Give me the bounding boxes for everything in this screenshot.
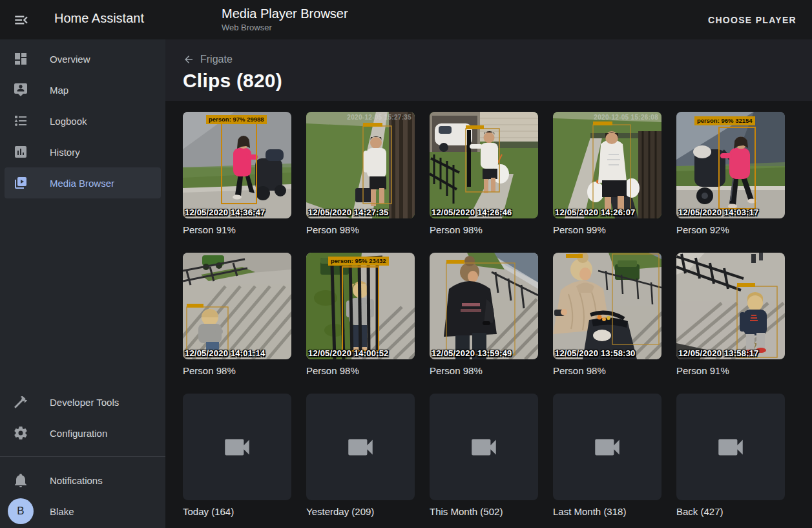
clip-scene <box>430 253 538 359</box>
clip-cell: 2020-12-05 15:26:0812/05/2020 14:26:07Pe… <box>553 112 661 235</box>
media-grid-area: person: 97% 2998812/05/2020 14:36:47Pers… <box>165 101 812 528</box>
sidebar-item-developer-tools[interactable]: Developer Tools <box>5 386 161 417</box>
folder-cell: Today (164) <box>183 394 291 517</box>
overlay-camera-datetime: 2020-12-05 15:27:35 <box>347 114 411 121</box>
clip-card-toddler-at-fence[interactable]: person: 95% 2343212/05/2020 14:00:52 <box>306 253 415 359</box>
play-box-multiple-icon <box>13 175 28 191</box>
folder-label: Last Month (318) <box>553 506 661 517</box>
clip-scene <box>183 112 291 218</box>
sidebar-item-profile[interactable]: BBlake <box>5 496 161 527</box>
sidebar-bottom-section: Developer ToolsConfiguration Notificatio… <box>0 386 165 527</box>
clip-card-toddler-steps-shadows[interactable]: 12/05/2020 14:01:14 <box>183 253 291 359</box>
clip-card-man-back-bags-yard[interactable]: 2020-12-05 15:26:0812/05/2020 14:26:07 <box>553 112 661 218</box>
clip-scene <box>430 112 538 218</box>
clip-scene <box>306 112 415 218</box>
folder-card-last-month-318-[interactable] <box>553 394 661 500</box>
clip-scene <box>183 253 291 359</box>
clip-card-woman-pink-stroller-street[interactable]: person: 97% 2998812/05/2020 14:36:47 <box>183 112 291 218</box>
app-title: Home Assistant <box>54 11 144 26</box>
sidebar-toggle-button[interactable] <box>13 12 30 28</box>
chart-box-icon <box>13 144 28 160</box>
video-icon <box>344 431 377 463</box>
clip-caption: Person 98% <box>553 365 661 376</box>
clip-caption: Person 98% <box>183 365 291 376</box>
clip-card-man-white-shirt-porch[interactable]: 2020-12-05 15:27:3512/05/2020 14:27:35 <box>306 112 415 218</box>
folder-label: This Month (502) <box>430 506 538 517</box>
clip-timestamp-overlay: 12/05/2020 14:26:07 <box>555 208 636 216</box>
clip-card-woman-knit-sweater-stroller[interactable]: 12/05/2020 13:58:30 <box>553 253 661 359</box>
clip-cell: 12/05/2020 14:01:14Person 98% <box>183 253 291 376</box>
sidebar-item-label: Media Browser <box>50 178 114 189</box>
sidebar-item-notifications[interactable]: Notifications <box>5 465 161 496</box>
clip-cell: 12/05/2020 13:58:17Person 91% <box>676 253 785 376</box>
clip-card-man-trash-bags-garage-gate[interactable]: 12/05/2020 14:26:46 <box>430 112 538 218</box>
format-list-bulleted-icon <box>13 113 28 129</box>
sidebar-item-overview[interactable]: Overview <box>5 43 161 74</box>
sidebar-divider <box>0 456 165 457</box>
clip-card-woman-pink-stroller-curb[interactable]: person: 96% 3215412/05/2020 14:03:17 <box>676 112 785 218</box>
sidebar-item-label: Map <box>50 85 68 96</box>
page-title: Clips (820) <box>183 70 282 92</box>
clip-card-woman-black-hoodie-steps[interactable]: 12/05/2020 13:59:49 <box>430 253 538 359</box>
choose-player-button[interactable]: CHOOSE PLAYER <box>708 0 796 39</box>
clip-cell: person: 95% 2343212/05/2020 14:00:52Pers… <box>306 253 415 376</box>
video-icon <box>468 431 500 463</box>
clip-cell: 12/05/2020 13:59:49Person 98% <box>430 253 538 376</box>
folder-card-today-164-[interactable] <box>183 394 291 500</box>
sidebar-item-label: Logbook <box>50 116 87 127</box>
sidebar-item-media-browser[interactable]: Media Browser <box>5 167 161 198</box>
sidebar-item-label: Overview <box>50 54 90 65</box>
sidebar-item-history[interactable]: History <box>5 136 161 167</box>
panel-header: Media Player Browser Web Browser <box>222 6 348 32</box>
sidebar-item-label: History <box>50 147 80 158</box>
folder-cell: Yesterday (209) <box>306 394 415 517</box>
detection-label: person: 96% 32154 <box>694 116 755 125</box>
menu-open-icon <box>13 12 30 28</box>
hammer-icon <box>13 394 28 410</box>
clip-timestamp-overlay: 12/05/2020 13:59:49 <box>432 349 512 357</box>
folder-label: Today (164) <box>183 506 291 517</box>
folder-cell: Last Month (318) <box>553 394 661 517</box>
cog-icon <box>13 425 28 441</box>
tooltip-account-icon <box>13 82 28 98</box>
sidebar-item-label: Notifications <box>50 475 103 486</box>
sidebar-item-map[interactable]: Map <box>5 74 161 105</box>
folder-card-back-427-[interactable] <box>676 394 785 500</box>
video-icon <box>221 431 253 463</box>
folder-cell: This Month (502) <box>430 394 538 517</box>
folder-card-this-month-502-[interactable] <box>430 394 538 500</box>
clip-timestamp-overlay: 12/05/2020 14:36:47 <box>185 208 265 216</box>
breadcrumb-back[interactable]: Frigate <box>183 54 233 65</box>
clip-scene <box>553 112 661 218</box>
clip-timestamp-overlay: 12/05/2020 14:00:52 <box>308 349 389 357</box>
folder-label: Back (427) <box>676 506 785 517</box>
clip-caption: Person 98% <box>430 365 538 376</box>
video-icon <box>714 431 747 463</box>
arrow-left-icon <box>183 54 194 65</box>
sidebar-item-label: Configuration <box>50 428 107 439</box>
clip-cell: 12/05/2020 14:26:46Person 98% <box>430 112 538 235</box>
clip-cell: 12/05/2020 13:58:30Person 98% <box>553 253 661 376</box>
sidebar-item-logbook[interactable]: Logbook <box>5 105 161 136</box>
clip-caption: Person 98% <box>306 224 415 235</box>
detection-label: person: 97% 29988 <box>206 115 267 124</box>
overlay-camera-datetime: 2020-12-05 15:26:08 <box>594 114 658 121</box>
folder-cell: Back (427) <box>676 394 785 517</box>
sidebar-item-configuration[interactable]: Configuration <box>5 417 161 449</box>
content-header: Frigate Clips (820) <box>165 39 812 101</box>
breadcrumb-label: Frigate <box>200 54 233 65</box>
clip-scene <box>553 253 661 359</box>
sidebar-item-label: Developer Tools <box>50 397 119 408</box>
profile-name: Blake <box>50 506 74 517</box>
clip-caption: Person 91% <box>676 365 785 376</box>
clip-card-boy-navy-shirt-porch[interactable]: 12/05/2020 13:58:17 <box>676 253 785 359</box>
clip-caption: Person 98% <box>306 365 415 376</box>
clip-caption: Person 92% <box>676 224 785 235</box>
sidebar: OverviewMapLogbookHistoryMedia Browser D… <box>0 39 165 528</box>
video-icon <box>591 431 623 463</box>
panel-subtitle: Web Browser <box>222 23 348 32</box>
clip-timestamp-overlay: 12/05/2020 14:01:14 <box>185 349 265 357</box>
clip-cell: 2020-12-05 15:27:3512/05/2020 14:27:35Pe… <box>306 112 415 235</box>
folder-card-yesterday-209-[interactable] <box>306 394 415 500</box>
app-header: Home Assistant Media Player Browser Web … <box>0 0 812 39</box>
